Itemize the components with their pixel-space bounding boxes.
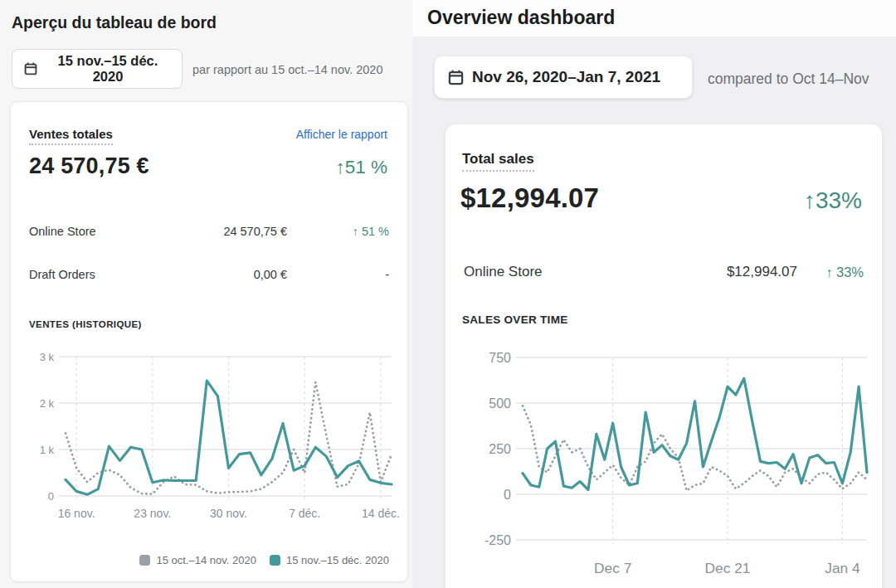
svg-text:Dec 7: Dec 7 — [594, 560, 631, 576]
date-range-label: 15 nov.–15 déc. 2020 — [46, 53, 170, 85]
date-range-button[interactable]: Nov 26, 2020–Jan 7, 2021 — [434, 56, 693, 99]
date-range-button[interactable]: 15 nov.–15 déc. 2020 — [12, 49, 183, 89]
total-sales-change: ↑51 % — [335, 157, 387, 178]
svg-text:16 nov.: 16 nov. — [58, 507, 95, 520]
sales-over-time-line-chart: 7505002500-250Dec 7Dec 21Jan 4 — [452, 334, 879, 583]
svg-text:1 k: 1 k — [40, 444, 55, 456]
channel-change: ↑ 51 % — [331, 225, 389, 238]
svg-text:14 déc.: 14 déc. — [362, 507, 400, 520]
total-sales-value: 24 570,75 € — [29, 153, 149, 179]
svg-text:Dec 21: Dec 21 — [705, 560, 751, 576]
chart-section-heading: SALES OVER TIME — [462, 313, 568, 326]
channel-label: Online Store — [29, 225, 163, 238]
total-sales-card: Total sales $12,994.07 ↑33% Online Store… — [446, 124, 882, 588]
svg-text:30 nov.: 30 nov. — [210, 507, 247, 520]
metric-title: Total sales — [462, 151, 534, 172]
page-title: Overview dashboard — [427, 7, 615, 29]
channel-value: 24 570,75 € — [163, 225, 287, 238]
legend-label: 15 nov.–15 déc. 2020 — [286, 554, 389, 566]
legend-item-previous-period: 15 oct.–14 nov. 2020 — [139, 554, 256, 566]
table-row: Online Store 24 570,75 € ↑ 51 % — [29, 225, 389, 238]
channel-change: - — [331, 268, 389, 281]
total-sales-card: Ventes totales Afficher le rapport 24 57… — [10, 101, 408, 582]
svg-text:-250: -250 — [485, 533, 511, 547]
svg-text:Jan 4: Jan 4 — [825, 560, 860, 576]
svg-text:250: 250 — [489, 442, 511, 456]
svg-text:2 k: 2 k — [40, 397, 55, 410]
total-sales-value: $12,994.07 — [460, 182, 599, 214]
legend-swatch-teal — [270, 555, 280, 566]
svg-text:23 nov.: 23 nov. — [134, 507, 171, 520]
chart-section-heading: VENTES (HISTORIQUE) — [29, 319, 142, 329]
svg-text:3 k: 3 k — [40, 351, 55, 363]
legend-label: 15 oct.–14 nov. 2020 — [156, 554, 256, 566]
comparison-period-text: par rapport au 15 oct.–14 nov. 2020 — [192, 63, 382, 76]
metric-title: Ventes totales — [29, 127, 113, 145]
table-row: Draft Orders 0,00 € - — [29, 268, 389, 281]
svg-text:500: 500 — [489, 396, 511, 411]
page-title: Aperçu du tableau de bord — [12, 13, 217, 32]
channel-label: Online Store — [464, 264, 656, 280]
legend-swatch-gray — [139, 555, 150, 566]
total-sales-change: ↑33% — [804, 187, 862, 214]
panel-english-dashboard: Overview dashboard Nov 26, 2020–Jan 7, 2… — [412, 0, 896, 588]
legend-item-current-period: 15 nov.–15 déc. 2020 — [270, 554, 389, 566]
chart-legend: 15 oct.–14 nov. 2020 15 nov.–15 déc. 202… — [139, 554, 389, 566]
table-row: Online Store $12,994.07 ↑ 33% — [464, 264, 864, 280]
svg-text:0: 0 — [48, 490, 54, 503]
channel-change: ↑ 33% — [811, 265, 864, 280]
sales-history-line-chart: 3 k2 k1 k016 nov.23 nov.30 nov.7 déc.14 … — [20, 338, 402, 546]
dashboard-comparison-screenshot: { "left": { "title": "Aperçu du tableau … — [0, 0, 896, 588]
calendar-icon — [24, 62, 37, 75]
svg-text:0: 0 — [504, 488, 511, 502]
date-range-label: Nov 26, 2020–Jan 7, 2021 — [472, 68, 660, 86]
svg-text:7 déc.: 7 déc. — [289, 507, 320, 520]
comparison-period-text: compared to Oct 14–Nov — [708, 70, 869, 88]
channel-value: 0,00 € — [163, 268, 287, 281]
panel-french-dashboard: Aperçu du tableau de bord 15 nov.–15 déc… — [0, 0, 412, 588]
title-strip: Overview dashboard — [412, 0, 896, 36]
calendar-icon — [448, 70, 464, 85]
channel-label: Draft Orders — [29, 268, 163, 281]
view-report-link[interactable]: Afficher le rapport — [296, 128, 387, 141]
channel-value: $12,994.07 — [656, 264, 797, 280]
svg-text:750: 750 — [489, 351, 511, 365]
